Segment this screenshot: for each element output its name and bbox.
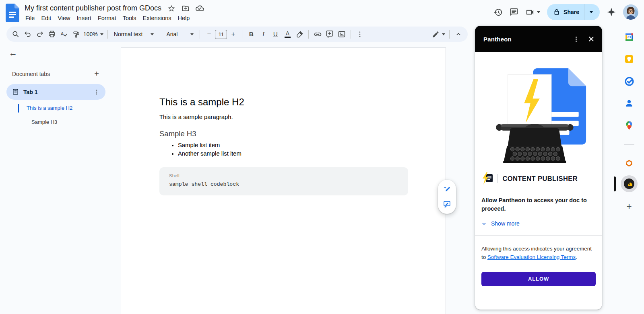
lock-icon (553, 9, 560, 15)
doc-paragraph[interactable]: This is a sample paragraph. (159, 114, 407, 120)
formatting-toolbar: A 100% Normal text Arial − 11 + B I U A (6, 27, 468, 42)
svg-text:31: 31 (627, 35, 631, 39)
google-tasks-icon[interactable] (624, 76, 634, 86)
doc-code-block[interactable]: Shell sample shell codeblock (159, 167, 408, 195)
doc-bullet-list: Sample list item Another sample list ite… (159, 142, 407, 157)
highlight-color-icon[interactable] (293, 28, 305, 40)
search-menus-icon[interactable] (10, 28, 22, 40)
chevron-down-icon (481, 221, 487, 226)
move-to-folder-icon[interactable] (182, 4, 190, 12)
google-keep-icon[interactable] (624, 54, 634, 64)
insert-image-icon[interactable] (336, 28, 348, 40)
document-outline: This is a sample H2 Sample H3 (18, 101, 106, 129)
print-icon[interactable] (46, 28, 58, 40)
italic-button[interactable]: I (257, 28, 269, 40)
tab-overflow-menu-icon[interactable] (93, 89, 100, 95)
gemini-icon[interactable] (607, 7, 616, 17)
menu-item-insert[interactable]: Insert (74, 14, 95, 23)
code-text[interactable]: sample shell codeblock (169, 181, 398, 187)
underline-button[interactable]: U (269, 28, 281, 40)
menu-item-extensions[interactable]: Extensions (140, 14, 175, 23)
allow-heading: Allow Pantheon to access your doc to pro… (481, 196, 599, 213)
comments-icon[interactable] (510, 8, 518, 16)
content-publisher-logo: CONTENT PUBLISHER (481, 172, 596, 185)
document-tabs-title: Document tabs (12, 71, 50, 77)
paint-format-icon[interactable] (70, 28, 82, 40)
collapse-toolbar-icon[interactable] (452, 28, 464, 40)
magic-pen-icon (443, 185, 451, 194)
quick-comment-button[interactable] (443, 200, 451, 208)
video-call-caret-icon[interactable] (537, 11, 540, 13)
comment-pen-icon (443, 200, 451, 208)
menu-bar: File Edit View Insert Format Tools Exten… (22, 14, 193, 23)
account-avatar[interactable] (623, 4, 638, 20)
document-title[interactable]: My first content publisher post from GDo… (25, 4, 161, 12)
licensing-terms-link[interactable]: Software Evaluation Licensing Terms (487, 254, 576, 260)
logo-text: CONTENT PUBLISHER (503, 175, 578, 183)
panel-close-icon[interactable] (588, 35, 595, 43)
tab-item-tab1[interactable]: Tab 1 (6, 84, 105, 100)
pantheon-addon-panel: Pantheon (475, 26, 602, 310)
top-bar: My first content publisher post from GDo… (0, 0, 644, 26)
pantheon-addon-icon[interactable] (621, 175, 638, 192)
outline-item-h2[interactable]: This is a sample H2 (18, 101, 106, 115)
text-color-button[interactable]: A (281, 28, 293, 40)
show-more-link[interactable]: Show more (481, 220, 596, 227)
decrease-font-size-button[interactable]: − (203, 28, 215, 40)
menu-item-edit[interactable]: Edit (38, 14, 54, 23)
zoom-select[interactable]: 100% (82, 28, 105, 40)
help-me-write-button[interactable] (443, 185, 451, 194)
paragraph-style-select[interactable]: Normal text (111, 28, 157, 40)
google-calendar-icon[interactable]: 31 (624, 32, 634, 42)
hide-outline-back-button[interactable]: ← (9, 48, 20, 58)
menu-item-help[interactable]: Help (175, 14, 193, 23)
video-camera-icon (525, 8, 535, 17)
doc-heading-h2[interactable]: This is a sample H2 (159, 96, 407, 108)
code-language-label: Shell (169, 173, 398, 178)
tab-doc-icon (12, 88, 19, 95)
google-maps-icon[interactable] (624, 120, 634, 131)
menu-item-file[interactable]: File (22, 14, 38, 23)
font-size-input[interactable]: 11 (215, 30, 227, 39)
get-add-ons-button[interactable]: + (626, 201, 632, 212)
svg-text:A: A (61, 31, 64, 36)
document-page[interactable]: This is a sample H2 This is a sample par… (121, 47, 446, 314)
share-button[interactable]: Share (547, 4, 600, 20)
doc-bullet-item[interactable]: Sample list item (178, 142, 407, 148)
video-call-button[interactable] (525, 8, 540, 17)
insert-link-icon[interactable] (312, 28, 324, 40)
version-history-icon[interactable] (493, 8, 503, 17)
doc-heading-h3[interactable]: Sample H3 (159, 129, 407, 138)
undo-icon[interactable] (22, 28, 34, 40)
quick-actions-pill (438, 180, 456, 214)
share-label: Share (564, 9, 579, 15)
add-comment-icon[interactable] (324, 28, 336, 40)
more-toolbar-options-icon[interactable] (354, 28, 366, 40)
add-tab-button[interactable]: + (94, 69, 99, 78)
addon-cube-icon[interactable] (624, 158, 634, 168)
agreement-text: Allowing this access indicates your agre… (481, 245, 597, 261)
logo-bolt-icon (482, 172, 493, 185)
redo-icon[interactable] (34, 28, 46, 40)
bold-button[interactable]: B (245, 28, 257, 40)
tab-label: Tab 1 (23, 89, 38, 95)
google-contacts-icon[interactable] (624, 98, 634, 109)
cloud-saved-icon[interactable] (196, 4, 204, 12)
panel-divider (475, 235, 602, 236)
spellcheck-icon[interactable]: A (58, 28, 70, 40)
google-docs-logo-icon[interactable] (6, 4, 19, 22)
side-panel-rail: 31 + (614, 26, 644, 314)
menu-item-format[interactable]: Format (95, 14, 120, 23)
doc-bullet-item[interactable]: Another sample list item (178, 150, 407, 157)
panel-menu-icon[interactable] (573, 36, 580, 43)
font-select[interactable]: Arial (163, 28, 197, 40)
menu-item-view[interactable]: View (54, 14, 73, 23)
editing-mode-button[interactable] (431, 28, 446, 40)
allow-button[interactable]: ALLOW (481, 272, 596, 286)
menu-item-tools[interactable]: Tools (120, 14, 140, 23)
share-menu-caret-icon[interactable] (584, 11, 598, 13)
increase-font-size-button[interactable]: + (227, 28, 239, 40)
pen-icon (432, 31, 440, 38)
outline-item-h3[interactable]: Sample H3 (18, 115, 106, 129)
star-icon[interactable] (167, 4, 175, 12)
